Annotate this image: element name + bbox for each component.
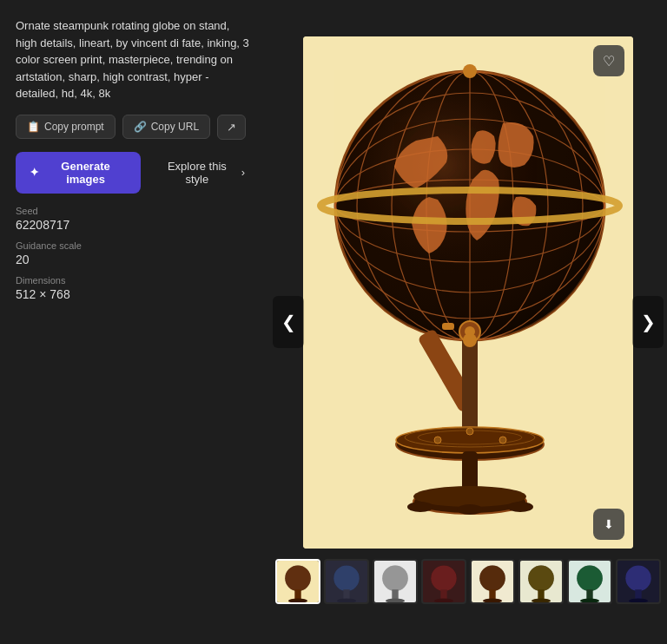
guidance-value: 20: [16, 253, 254, 266]
download-button[interactable]: ⬇: [593, 509, 624, 540]
guidance-label: Guidance scale: [16, 240, 254, 251]
sparkle-icon: ✦: [30, 166, 39, 179]
thumbnail-8[interactable]: [616, 559, 661, 604]
left-arrow-icon: ❮: [281, 312, 296, 332]
chevron-right-icon: ›: [241, 166, 245, 179]
right-panel: ❮: [269, 0, 667, 644]
svg-point-70: [625, 566, 651, 592]
thumbnails-strip: [272, 555, 664, 608]
seed-value: 62208717: [16, 218, 254, 232]
svg-point-60: [528, 566, 554, 592]
svg-rect-71: [635, 589, 641, 599]
prompt-text: Ornate steampunk rotating globe on stand…: [16, 17, 254, 102]
svg-point-28: [463, 64, 477, 78]
thumbnail-2[interactable]: [324, 559, 369, 604]
svg-point-35: [285, 566, 311, 592]
thumbnail-4[interactable]: [421, 559, 466, 604]
svg-point-30: [499, 437, 506, 444]
heart-icon: ♡: [603, 53, 615, 69]
copy-icon: 📋: [27, 121, 40, 133]
guidance-item: Guidance scale 20: [16, 240, 254, 266]
svg-rect-66: [586, 589, 592, 599]
svg-rect-46: [392, 589, 398, 599]
left-panel: Ornate steampunk rotating globe on stand…: [0, 0, 269, 644]
svg-point-40: [334, 566, 360, 592]
external-link-icon: ↗: [227, 121, 236, 134]
generate-images-button[interactable]: ✦ Generate images: [16, 152, 141, 194]
svg-rect-61: [538, 589, 544, 599]
nav-arrow-right[interactable]: ❯: [632, 296, 664, 348]
nav-arrow-left[interactable]: ❮: [273, 296, 304, 348]
svg-point-65: [577, 566, 603, 592]
svg-rect-13: [442, 323, 454, 330]
copy-prompt-label: Copy prompt: [44, 121, 104, 133]
action-buttons: 📋 Copy prompt 🔗 Copy URL ↗: [16, 115, 254, 140]
thumbnail-7[interactable]: [567, 559, 612, 604]
dimensions-label: Dimensions: [16, 275, 254, 286]
svg-rect-41: [343, 589, 349, 599]
thumbnail-6[interactable]: [518, 559, 564, 604]
svg-rect-56: [489, 589, 495, 599]
svg-point-31: [434, 437, 441, 444]
svg-point-55: [479, 566, 505, 592]
svg-point-24: [457, 504, 483, 515]
seed-item: Seed 62208717: [16, 206, 254, 232]
svg-point-23: [407, 502, 433, 512]
thumbnail-3[interactable]: [373, 559, 418, 604]
copy-url-button[interactable]: 🔗 Copy URL: [122, 115, 210, 139]
meta-section: Seed 62208717 Guidance scale 20 Dimensio…: [16, 206, 254, 301]
svg-point-32: [466, 428, 473, 435]
external-link-button[interactable]: ↗: [217, 115, 246, 140]
svg-point-45: [382, 566, 408, 592]
dimensions-value: 512 × 768: [16, 287, 254, 301]
svg-point-25: [507, 502, 533, 512]
svg-point-50: [431, 566, 457, 592]
svg-point-29: [463, 333, 477, 347]
svg-rect-36: [294, 589, 300, 599]
download-icon: ⬇: [604, 517, 614, 531]
seed-label: Seed: [16, 206, 254, 216]
generate-label: Generate images: [44, 160, 127, 186]
copy-url-label: Copy URL: [151, 121, 199, 133]
thumbnail-5[interactable]: [470, 559, 515, 604]
main-action-buttons: ✦ Generate images Explore this style ›: [16, 152, 254, 194]
copy-prompt-button[interactable]: 📋 Copy prompt: [16, 115, 116, 139]
right-arrow-icon: ❯: [641, 312, 656, 332]
link-icon: 🔗: [134, 121, 147, 133]
explore-label: Explore this style: [158, 160, 236, 186]
dimensions-item: Dimensions 512 × 768: [16, 275, 254, 301]
explore-style-button[interactable]: Explore this style ›: [149, 152, 254, 194]
svg-rect-51: [440, 589, 446, 599]
main-image-container: ♡ ⬇: [303, 36, 633, 549]
favorite-button[interactable]: ♡: [593, 45, 624, 76]
globe-svg: [303, 36, 633, 549]
thumbnail-1[interactable]: [275, 559, 320, 604]
